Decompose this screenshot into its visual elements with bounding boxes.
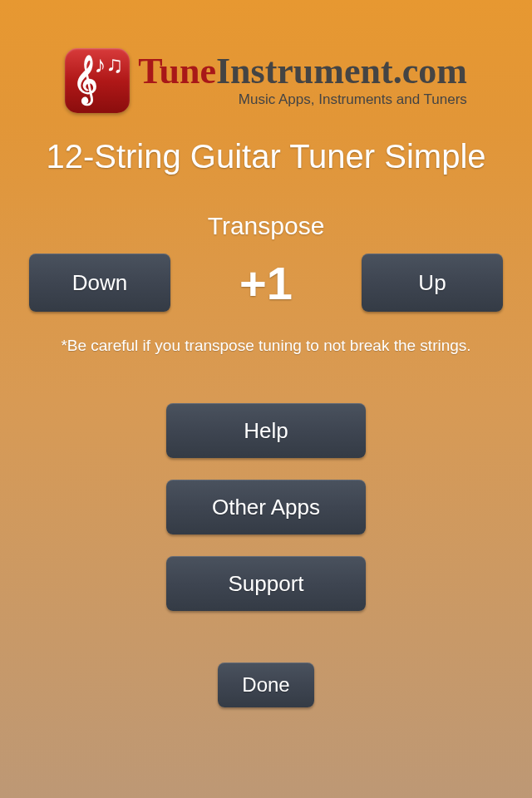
transpose-label: Transpose (208, 212, 325, 240)
done-button[interactable]: Done (218, 663, 314, 707)
transpose-controls: Down +1 Up (29, 254, 503, 312)
brand-name: TuneInstrument.com (138, 53, 467, 90)
transpose-value: +1 (239, 256, 293, 310)
brand-suffix: Instrument.com (216, 51, 467, 91)
brand-prefix: Tune (138, 51, 216, 91)
warning-text: *Be careful if you transpose tuning to n… (61, 337, 470, 355)
transpose-up-button[interactable]: Up (362, 254, 503, 312)
other-apps-button[interactable]: Other Apps (166, 480, 366, 534)
page-title: 12-String Guitar Tuner Simple (46, 138, 485, 175)
app-icon: 𝄞 ♪♫ (65, 48, 130, 113)
support-button[interactable]: Support (166, 556, 366, 611)
menu-buttons: Help Other Apps Support (166, 403, 366, 611)
logo-row: 𝄞 ♪♫ TuneInstrument.com Music Apps, Inst… (65, 48, 467, 113)
transpose-down-button[interactable]: Down (29, 254, 170, 312)
main-container: 𝄞 ♪♫ TuneInstrument.com Music Apps, Inst… (0, 0, 532, 798)
brand-tagline: Music Apps, Instruments and Tuners (138, 91, 467, 108)
music-notes-icon: ♪♫ (94, 53, 123, 76)
logo-text: TuneInstrument.com Music Apps, Instrumen… (138, 53, 467, 108)
help-button[interactable]: Help (166, 403, 366, 458)
